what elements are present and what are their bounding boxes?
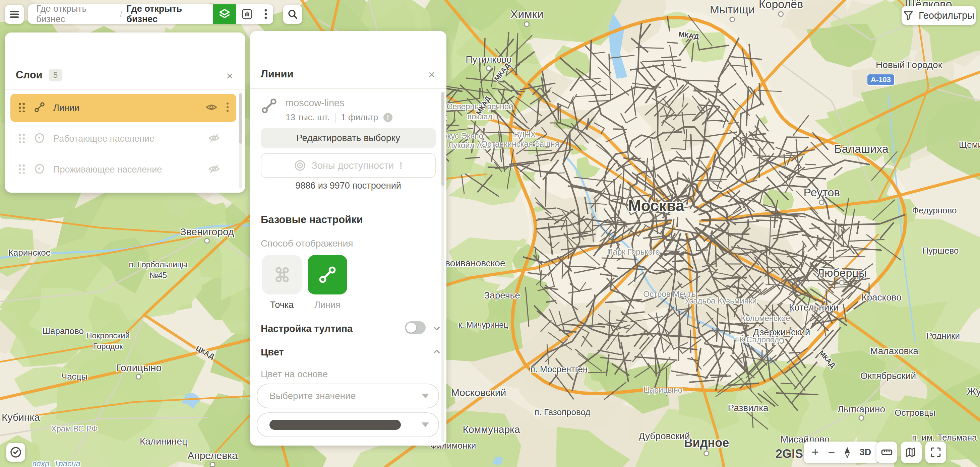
ruler-icon <box>881 446 893 458</box>
line-icon <box>34 102 45 113</box>
mode-line-label: Линия <box>308 300 347 310</box>
points-icon <box>273 266 291 284</box>
clock-icon <box>10 446 22 458</box>
layer-row[interactable]: С <box>10 186 236 193</box>
legend-map-button[interactable] <box>901 442 922 463</box>
mode-line-icon <box>318 265 337 284</box>
map-nav-controls: + − 3D <box>804 442 879 463</box>
source-meta: 13 тыс. шт. 1 фильтр i <box>286 112 393 122</box>
widgets-button[interactable] <box>236 4 258 24</box>
zones-target-icon <box>294 159 306 172</box>
color-chevron-up-icon[interactable] <box>432 348 441 356</box>
area-icon <box>34 132 45 144</box>
geofilters-label: Геофильтры <box>919 10 974 21</box>
layer-kebab-icon[interactable] <box>226 102 229 112</box>
zoom-out-button[interactable]: − <box>828 446 835 458</box>
drag-handle[interactable] <box>18 133 25 144</box>
layer-row-label: Линии <box>53 103 80 113</box>
edit-selection-label: Редактировать выборку <box>296 133 400 143</box>
line-layer-icon <box>261 97 277 114</box>
area-icon <box>34 163 45 175</box>
color-basis-placeholder: Выберите значение <box>269 391 356 401</box>
eye-slash-icon[interactable] <box>208 164 220 174</box>
ruler-button[interactable] <box>877 442 897 463</box>
color-basis-label: Цвет на основе <box>261 369 328 380</box>
line-panel-close-icon[interactable]: × <box>428 69 435 80</box>
bar-chart-icon <box>241 8 253 20</box>
display-mode-label: Способ отображения <box>261 238 353 249</box>
search-icon <box>287 9 298 20</box>
layers-panel-close-icon[interactable]: × <box>226 70 233 81</box>
drag-handle[interactable] <box>18 164 25 175</box>
layers-panel: Слои 5 × ЛинииРаботающее населениеПрожив… <box>5 32 245 193</box>
drag-handle-icon <box>18 164 25 173</box>
line-panel-scrollbar[interactable] <box>441 91 444 442</box>
menu-button[interactable] <box>5 5 24 24</box>
current-color-swatch <box>269 420 401 430</box>
fullscreen-button[interactable] <box>925 442 946 463</box>
select-caret-icon <box>422 394 429 398</box>
color-basis-select[interactable]: Выберите значение <box>257 384 439 408</box>
visibility-label: Видимость <box>261 445 309 446</box>
map-attribution-logo: 2GIS <box>776 447 803 461</box>
eye-slash-icon[interactable] <box>208 133 220 143</box>
layer-row-label: Проживающее население <box>53 165 162 175</box>
source-filters: 1 фильтр <box>341 112 378 122</box>
tooltip-toggle[interactable] <box>405 321 426 334</box>
zoom-in-button[interactable]: + <box>812 446 819 458</box>
search-button[interactable] <box>283 5 302 24</box>
tooltip-chevron-down-icon[interactable] <box>432 324 441 333</box>
layer-row[interactable]: Проживающее население <box>10 156 236 184</box>
drag-handle[interactable] <box>18 103 25 113</box>
drag-handle-icon <box>18 103 25 112</box>
mode-point-label: Точка <box>262 300 302 310</box>
layers-list[interactable]: ЛинииРаботающее населениеПроживающее нас… <box>10 92 236 193</box>
hamburger-icon <box>10 10 19 19</box>
zones-label: Зоны доступности <box>311 160 394 171</box>
layers-count-badge: 5 <box>49 69 62 81</box>
geofilters-button[interactable]: Геофильтры <box>902 6 976 25</box>
layers-panel-title: Слои <box>16 69 43 81</box>
breadcrumb: Где открыть бизнес / Где открыть бизнес <box>28 4 273 24</box>
source-count: 13 тыс. шт. <box>286 112 329 122</box>
breadcrumb-parent[interactable]: Где открыть бизнес <box>36 4 116 24</box>
breadcrumb-current: Где открыть бизнес <box>126 4 213 24</box>
layers-icon <box>218 8 231 20</box>
base-settings-title: Базовые настройки <box>261 214 363 226</box>
drag-handle-icon <box>18 133 25 143</box>
fullscreen-icon <box>930 446 942 458</box>
mode-3d-button[interactable]: 3D <box>860 448 872 457</box>
compass-icon[interactable] <box>844 446 850 458</box>
zones-warning: ! <box>399 160 402 171</box>
color-value-select[interactable] <box>257 412 439 437</box>
mode-line-tile[interactable] <box>308 255 347 294</box>
layer-row-label: Работающее население <box>53 133 154 144</box>
layers-toggle-button[interactable] <box>213 4 236 24</box>
accessibility-zones-button[interactable]: Зоны доступности ! <box>261 153 436 178</box>
more-menu-button[interactable] <box>258 4 273 24</box>
edit-selection-button[interactable]: Редактировать выборку <box>261 128 436 148</box>
line-panel-title: Линии <box>261 68 294 80</box>
builds-count: 9886 из 9970 построений <box>250 181 446 191</box>
breadcrumb-separator: / <box>120 9 123 19</box>
history-button[interactable] <box>6 443 25 462</box>
tooltip-settings-label: Настройка тултипа <box>261 323 353 334</box>
map-icon <box>905 446 917 458</box>
layer-row[interactable]: Линии <box>10 94 236 122</box>
source-name: moscow-lines <box>286 97 345 108</box>
eye-icon[interactable] <box>205 102 218 112</box>
filter-funnel-icon <box>903 10 913 21</box>
mode-point-tile[interactable] <box>262 255 302 294</box>
color-section-label: Цвет <box>261 347 284 358</box>
kebab-icon <box>264 9 267 19</box>
info-icon[interactable]: i <box>383 113 393 122</box>
line-settings-panel: Линии × moscow-lines 13 тыс. шт. 1 фильт… <box>250 31 446 446</box>
layer-row[interactable]: Работающее население <box>10 125 236 153</box>
select-caret-icon <box>422 423 429 427</box>
layers-scrollbar[interactable] <box>239 93 242 189</box>
